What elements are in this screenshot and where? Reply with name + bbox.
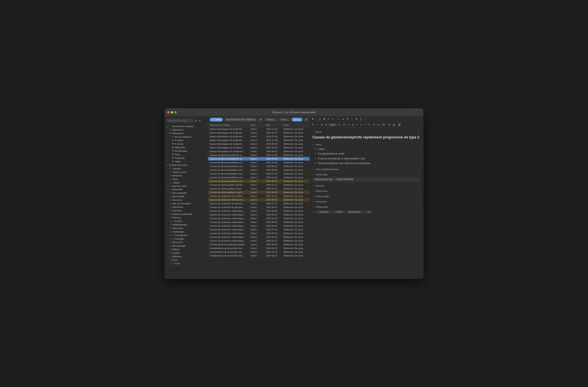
table-row[interactable]: Aspect histologique du syndrome…Carte 12… (208, 150, 310, 153)
table-row[interactable]: Causes de glomérulonéphrite ra…Carte 120… (208, 161, 310, 165)
anchor-button[interactable]: ⚓ (392, 123, 396, 127)
tag-remove-icon[interactable]: × (343, 211, 345, 213)
table-row[interactable]: Causes de glomérulopathies extr…Carte 12… (208, 165, 310, 168)
ol-button[interactable]: ≣ (351, 123, 355, 127)
align-left-button[interactable]: ⊢ (355, 123, 359, 127)
apercu-button[interactable]: Aperçu (292, 118, 302, 122)
outdent2-button[interactable]: ⊲ (372, 123, 376, 127)
table-row[interactable]: Aspect histologique de la glomér…Carte 1… (208, 131, 310, 135)
abbr-button[interactable]: <abbr> (329, 123, 337, 126)
st-button[interactable]: St (387, 123, 391, 127)
sidebar-item-sans-etiquette[interactable]: ⬡ Sans étiquette (165, 191, 208, 195)
sidebar-item-etat-carte[interactable]: ▶ ◉ État de la carte (165, 163, 208, 167)
sidebar-item-today[interactable]: ⊙ Aujourd'hui (165, 128, 208, 131)
sidebar-item-anatomo-pathologie[interactable]: ⬡ Anatomo-pathologie (165, 212, 208, 216)
sidebar-item-abominable[interactable]: ⬡ Abominable (165, 195, 208, 198)
infos-section-header[interactable]: ▼ Infos supplémentaires </> (313, 168, 420, 171)
tag-remove-icon[interactable]: × (329, 211, 330, 213)
table-row[interactable]: Causes de glomérulonéphrite ra…Carte 120… (208, 157, 310, 161)
col-name[interactable]: Trier selon le champ ↑ (208, 123, 249, 127)
table-row[interactable]: Complications de la ponction bio…Carte 1… (208, 254, 310, 258)
sidebar-item-aphorisme[interactable]: ⬡ Aphorisme (165, 226, 208, 230)
cartes-toggle-button[interactable]: ⊙ Cartes (210, 118, 223, 122)
indent-button[interactable]: ⊟ (320, 123, 324, 127)
col-deck[interactable]: Deck (282, 123, 310, 127)
table-row[interactable]: Aspect histologique de la glomér…Carte 1… (208, 142, 310, 146)
sidebar-item-animaux[interactable]: ⬡ Animaux (165, 216, 208, 219)
ul-button[interactable]: ≡ (347, 123, 350, 127)
table-row[interactable]: Causes de syndrome néphrotique…Carte 120… (208, 213, 310, 217)
col-card[interactable]: Card (249, 123, 264, 127)
sidebar-item-ecg[interactable]: ⬡ ECG (165, 258, 208, 262)
sidebar-item-other[interactable]: ☐ Other (165, 177, 208, 181)
formula-button[interactable]: ∑ (359, 117, 362, 121)
table-row[interactable]: Causes de syndrome de gloméru…Carte 1202… (208, 202, 310, 205)
highlight2-button[interactable]: ▼ (346, 117, 350, 121)
table-row[interactable]: Causes de néphropathies à IgA s…Carte 12… (208, 191, 310, 194)
table-row[interactable]: Aspect histologique de la glomér…Carte 1… (208, 127, 310, 131)
bold-button[interactable]: B (311, 117, 315, 121)
table-row[interactable]: Aspect histologique de la néphro…Carte 1… (208, 146, 310, 150)
sidebar-item-high-yield[interactable]: ⚑ High-yield (165, 146, 208, 149)
sidebar-item-anatomie[interactable]: ⬡ Anatomie (165, 209, 208, 212)
etiquettes-header[interactable]: ▼ 4 Étiquettes (313, 206, 420, 208)
link-button[interactable]: 🔗 (397, 123, 402, 127)
em-button[interactable]: Em (381, 123, 386, 127)
sidebar-grid-icon[interactable]: ⊞ (195, 119, 198, 123)
sidebar-item-medecine[interactable]: ☐ Médecine (165, 174, 208, 177)
maximize-button[interactable] (174, 111, 177, 113)
sidebar-search-input[interactable] (167, 119, 194, 123)
sidebar-item-difficile[interactable]: ⬡ Difficile (165, 248, 208, 251)
color-button[interactable]: A (337, 117, 340, 121)
tag-remove-icon[interactable]: × (360, 211, 361, 213)
sidebar-item-douleur[interactable]: ⬡ Douleur (165, 251, 208, 255)
table-row[interactable]: Causes de syndrome d'hématurie…Carte 120… (208, 198, 310, 202)
sidebar-item-turquoise[interactable]: ⚑ Turquoise (165, 156, 208, 160)
table-row[interactable]: Causes de glomérulopathies extr…Carte 12… (208, 172, 310, 176)
table-row[interactable]: Causes de syndrome de gloméru…Carte 1202… (208, 205, 310, 209)
sidebar-item-cardiologie[interactable]: ⬡ Cardiologie (165, 230, 208, 234)
table-row[interactable]: Causes de protéinurie par malfor…Carte 1… (208, 194, 310, 198)
sidebar-item-rose[interactable]: ⚑ Rose (165, 153, 208, 156)
sidebar-item-definition[interactable]: ⬡ Définition (165, 255, 208, 258)
table-row[interactable]: Causes de syndrome néphrotique…Carte 120… (208, 224, 310, 228)
sidebar-item-contradiction[interactable]: ▶ ⬡ Contradiction (165, 234, 208, 237)
sidebar-item-a-reviser[interactable]: ⚑ À réviser (165, 142, 208, 146)
code-button[interactable]: </> (342, 123, 347, 127)
sidebar-item-aigu-chronique[interactable]: ⬡ Aigu-ou-chronique (165, 202, 208, 205)
sources-header[interactable]: ▼ Sources </> (313, 185, 420, 187)
italic-button[interactable]: I (315, 117, 317, 121)
sidebar-item-types-notes[interactable]: ▶ ≡ Types de notes (165, 185, 208, 188)
tag-chip[interactable]: ....:GNRP× (332, 210, 346, 214)
image-button[interactable]: ⬚ (350, 117, 354, 121)
table-row[interactable]: Aspect histologique de la glomér…Carte 1… (208, 138, 310, 142)
braces-button[interactable]: {} (338, 123, 341, 127)
sidebar-item-acronyme[interactable]: ⬡ Acronyme (165, 198, 208, 202)
verso-section-header[interactable]: ▼ Verso </> (313, 143, 420, 146)
highlight-button[interactable]: ▲ (341, 117, 345, 121)
table-row[interactable]: Aspect histologique de la glomér…Carte 1… (208, 135, 310, 138)
sidebar-item-amelioration[interactable]: ⚑ Amélioration (165, 149, 208, 153)
sidebar-item-a-verifier[interactable]: ⚑ À vérifier (165, 139, 208, 142)
table-row[interactable]: Causes de syndrome néphritique…Carte 120… (208, 209, 310, 213)
dropdown-arrow-button[interactable]: ▼ (258, 118, 263, 122)
sidebar-item-bazar[interactable]: ☐ ~Bazar (165, 181, 208, 185)
underline-button[interactable]: U (318, 117, 322, 121)
sidebar-item-aucun-marqueur[interactable]: ⚑ Aucun marqueur (165, 135, 208, 139)
sidebar-item-etiquettes[interactable]: ▼ ⬡ Étiquettes (165, 188, 208, 191)
gear-button[interactable]: ⚙ (303, 118, 309, 122)
recto-section-header[interactable]: ▼ Recto </> (313, 131, 420, 133)
tag-chip[interactable]: Néphrologie× (347, 210, 363, 214)
sidebar-item-marqueurs[interactable]: ▼ ⚑ Marqueurs (165, 131, 208, 135)
indent2-button[interactable]: ⊳ (368, 123, 371, 127)
table-row[interactable]: Causes de néphropathies glomér…Carte 120… (208, 183, 310, 187)
champs-button[interactable]: Champs... (264, 118, 278, 122)
table-row[interactable]: Causes de glomérulopathies extr…Carte 12… (208, 176, 310, 179)
align-right-button[interactable]: ⊣ (363, 123, 367, 127)
table-row[interactable]: Complications de la ponction bio…Carte 1… (208, 246, 310, 250)
tag-chip[interactable]: ....:A× (364, 210, 372, 214)
table-row[interactable]: Causes de néphropathies à IgACarte 12025… (208, 187, 310, 191)
sidebar-item-paquets[interactable]: ▼ ☐ Paquets (165, 167, 208, 170)
sidebar-item-ecn[interactable]: ▼ ⬡ ECN (165, 262, 208, 265)
tag-chip[interactable]: ....:DFASM1× (315, 210, 331, 214)
